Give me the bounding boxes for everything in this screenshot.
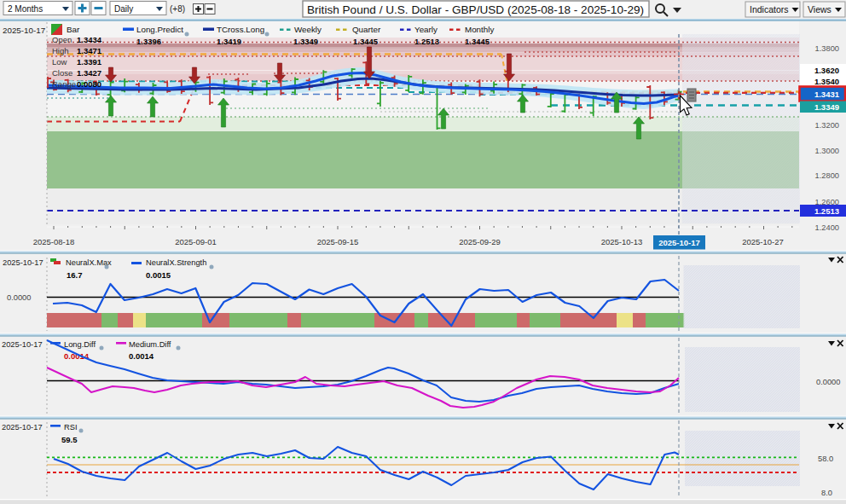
- svg-text:0.0000: 0.0000: [816, 378, 840, 386]
- svg-text:2025-09-29: 2025-09-29: [459, 237, 501, 246]
- svg-text:0.0000: 0.0000: [7, 293, 31, 302]
- svg-text:1.3445: 1.3445: [465, 37, 490, 46]
- svg-text:0.0014: 0.0014: [129, 351, 154, 361]
- svg-text:1.3434: 1.3434: [77, 35, 102, 44]
- svg-text:2025-09-01: 2025-09-01: [175, 237, 217, 246]
- svg-text:1.3349: 1.3349: [293, 37, 318, 46]
- svg-text:0.0015: 0.0015: [146, 270, 171, 280]
- svg-text:2025-10-17: 2025-10-17: [3, 26, 45, 35]
- svg-text:1.3396: 1.3396: [136, 37, 161, 46]
- svg-text:2025-08-18: 2025-08-18: [33, 237, 75, 246]
- svg-text:8.0: 8.0: [821, 489, 832, 497]
- svg-text:Low: Low: [52, 57, 67, 67]
- svg-text:16.7: 16.7: [67, 270, 83, 280]
- svg-text:2025-10-17: 2025-10-17: [2, 340, 43, 349]
- svg-text:Open: Open: [52, 35, 72, 44]
- svg-text:Quarter: Quarter: [352, 25, 381, 34]
- svg-text:1.3391: 1.3391: [77, 57, 102, 67]
- svg-text:1.2400: 1.2400: [815, 223, 839, 232]
- svg-text:Long.Predict: Long.Predict: [136, 25, 183, 34]
- svg-text:(+8): (+8): [170, 4, 185, 14]
- svg-text:1.3349: 1.3349: [814, 102, 839, 112]
- svg-text:1.3800: 1.3800: [815, 44, 839, 53]
- svg-text:2 Months: 2 Months: [8, 4, 43, 14]
- svg-text:Bar: Bar: [67, 25, 80, 34]
- svg-text:1.3431: 1.3431: [814, 90, 840, 99]
- svg-text:TCross.Long: TCross.Long: [217, 25, 264, 34]
- svg-text:1.3200: 1.3200: [815, 121, 839, 130]
- svg-text:Daily: Daily: [114, 4, 133, 14]
- svg-text:1.3540: 1.3540: [814, 77, 839, 86]
- svg-text:1.2800: 1.2800: [815, 171, 839, 180]
- svg-text:NeuralX.Strength: NeuralX.Strength: [146, 258, 206, 267]
- svg-text:Views: Views: [808, 4, 832, 14]
- svg-text:2025-10-13: 2025-10-13: [601, 237, 643, 246]
- svg-text:High: High: [52, 46, 69, 55]
- svg-text:1.3445: 1.3445: [353, 37, 379, 46]
- svg-text:Yearly: Yearly: [414, 25, 437, 34]
- svg-text:Monthly: Monthly: [465, 25, 494, 34]
- svg-text:1.3000: 1.3000: [815, 147, 839, 155]
- svg-text:Long.Diff: Long.Diff: [64, 340, 96, 349]
- svg-text:1.2513: 1.2513: [814, 206, 839, 216]
- svg-text:Weekly: Weekly: [294, 25, 322, 34]
- svg-text:2025-09-15: 2025-09-15: [317, 237, 359, 246]
- svg-text:Medium.Diff: Medium.Diff: [129, 340, 171, 349]
- svg-text:2025-10-17: 2025-10-17: [658, 238, 700, 247]
- svg-text:Indicators: Indicators: [750, 4, 789, 14]
- svg-text:1.3427: 1.3427: [77, 68, 101, 78]
- svg-text:1.2513: 1.2513: [414, 37, 439, 46]
- svg-text:1.3620: 1.3620: [814, 66, 839, 75]
- svg-text:58.0: 58.0: [818, 455, 833, 463]
- svg-text:RSI: RSI: [64, 423, 78, 432]
- svg-text:2025-10-27: 2025-10-27: [742, 237, 784, 246]
- svg-text:0.0080: 0.0080: [77, 79, 101, 89]
- svg-text:2025-10-17: 2025-10-17: [3, 258, 43, 267]
- svg-text:Close: Close: [52, 68, 72, 78]
- svg-text:Range: Range: [52, 79, 76, 89]
- svg-text:British Pound / U.S. Dollar -: British Pound / U.S. Dollar - GBP/USD (2…: [307, 3, 644, 16]
- svg-text:NeuralX.Max: NeuralX.Max: [66, 258, 112, 267]
- svg-text:1.3419: 1.3419: [217, 37, 241, 46]
- svg-text:59.5: 59.5: [61, 435, 78, 444]
- svg-text:2025-10-17: 2025-10-17: [2, 423, 43, 432]
- svg-text:1.3471: 1.3471: [77, 46, 102, 55]
